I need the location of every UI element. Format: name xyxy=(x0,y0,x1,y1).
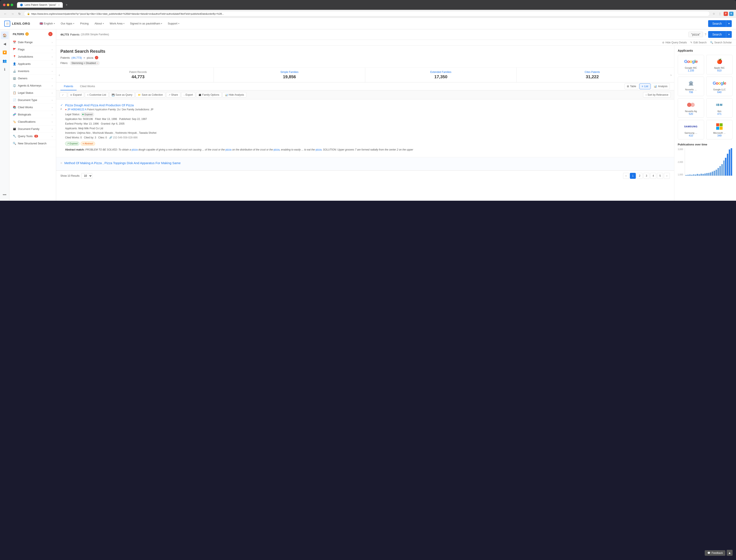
applicant-card-google-inc[interactable]: Google Google INC 1,155 xyxy=(678,55,704,74)
analysis-view-btn[interactable]: 📊 Analysis xyxy=(651,83,670,89)
filter-item-citedworks[interactable]: 📚 Cited Works › xyxy=(9,104,56,111)
applicant-card-samsung[interactable]: SAMSUNG Samsung … 410 xyxy=(678,120,704,139)
expand-all-btn[interactable]: ⊞ Expand xyxy=(68,92,84,98)
applicant-card-apple-inc[interactable]: 🍎 Apple INC 810 xyxy=(706,55,733,74)
hide-query-btn[interactable]: ⊘ Hide Query Details xyxy=(662,41,687,44)
refresh-btn[interactable]: ↻ xyxy=(17,12,22,16)
sidebar-more-btn[interactable]: ••• xyxy=(1,191,9,199)
stats-card-simple[interactable]: Simple Families 19,856 xyxy=(214,68,365,82)
filter-item-querytools[interactable]: 🔧 Query Tools 1 › xyxy=(9,133,56,140)
filter-info-icon[interactable]: i xyxy=(25,32,29,36)
customise-btn[interactable]: ≡ Customise List xyxy=(85,92,108,98)
stats-card-extended[interactable]: Extended Families 17,350 xyxy=(365,68,517,82)
menu-btn[interactable]: ⋮ xyxy=(718,11,722,16)
patent-title-1[interactable]: Pizza Dough And Pizza And Production Of … xyxy=(65,103,413,107)
query-count[interactable]: (44,773) xyxy=(71,56,82,59)
minimize-btn[interactable] xyxy=(7,4,9,6)
search-button[interactable]: Search xyxy=(708,20,726,27)
prev-page-btn[interactable]: ‹ xyxy=(623,173,629,179)
new-tab-btn[interactable]: + xyxy=(66,3,68,7)
back-btn[interactable]: ← xyxy=(3,12,8,16)
search-dropdown-btn2[interactable]: ▾ xyxy=(726,31,732,38)
edit-search-btn[interactable]: ✎ Edit Search xyxy=(690,41,707,44)
filter-item-owners[interactable]: 🏢 Owners › xyxy=(9,75,56,82)
sidebar-back-btn[interactable]: ◀ xyxy=(1,40,9,48)
table-view-btn[interactable]: ⊞ Table xyxy=(625,83,639,89)
sidebar-info-btn[interactable]: ℹ xyxy=(1,65,9,73)
page-btn-2[interactable]: 2 xyxy=(637,173,643,179)
search-scholar-btn[interactable]: 🔍 Search Scholar xyxy=(710,41,732,44)
query-help-btn[interactable]: ? xyxy=(705,33,706,36)
pin-icon[interactable]: # xyxy=(60,108,63,111)
filter-item-daterange[interactable]: 📅 Date Range › xyxy=(9,39,56,46)
check-icon-2[interactable]: ○ xyxy=(60,161,62,165)
list-view-btn[interactable]: ≡ List xyxy=(639,83,651,89)
ext-icon-1[interactable]: P xyxy=(724,12,728,16)
stats-card-cites[interactable]: Cites Patents 31,222 xyxy=(517,68,668,82)
save-collection-btn[interactable]: 📁 Save as Collection xyxy=(135,92,165,98)
stats-next-btn[interactable]: › xyxy=(668,71,674,79)
applicant-card-microsoft[interactable]: Microsoft … 349 xyxy=(706,120,733,139)
close-btn[interactable] xyxy=(3,4,6,6)
browser-tab[interactable]: 🔵 Lens Patent Search: "pizza" ✕ xyxy=(17,2,63,8)
stats-prev-btn[interactable]: ‹ xyxy=(56,71,62,79)
search-dropdown-btn[interactable]: ▾ xyxy=(726,20,732,27)
tag-expired[interactable]: ↗ Expired xyxy=(65,142,79,146)
save-query-btn[interactable]: 💾 Save as Query xyxy=(109,92,135,98)
search-main-btn[interactable]: Search xyxy=(708,31,726,38)
filter-item-agents[interactable]: ⚖️ Agents & Attorneys › xyxy=(9,82,56,89)
page-btn-1[interactable]: 1 xyxy=(630,173,636,179)
patent-title-2[interactable]: Method Of Making A Pizza , Pizza Topping… xyxy=(64,161,181,165)
nav-item-apps[interactable]: Our Apps ▾ xyxy=(58,18,77,28)
sidebar-filter-btn[interactable]: 🔽 xyxy=(1,48,9,56)
page-btn-3[interactable]: 3 xyxy=(644,173,649,179)
filter-clear-btn[interactable]: − xyxy=(48,32,53,36)
filter-item-inventors[interactable]: 🔬 Inventors › xyxy=(9,68,56,75)
nav-item-user[interactable]: Signed in as pauloldham ▾ xyxy=(127,21,165,26)
nav-item-english[interactable]: 🇬🇧 English ▾ xyxy=(37,18,58,28)
filter-item-docfamily[interactable]: 👨‍👩‍👦 Document Family › xyxy=(9,125,56,133)
filter-item-newstructured[interactable]: 🔍 New Structured Search xyxy=(9,140,56,147)
check-icon[interactable]: ✓ xyxy=(60,103,63,107)
remove-query-btn[interactable]: − xyxy=(95,56,98,59)
patent-id[interactable]: JP H09248122 A xyxy=(67,108,86,111)
nav-item-support[interactable]: Support ▾ xyxy=(165,18,182,28)
share-btn[interactable]: ↗ Share xyxy=(166,92,180,98)
applicant-card-novartis-ag[interactable]: Novartis Ag 520 xyxy=(678,98,704,118)
applicant-card-novartis[interactable]: 🏛️ Novartis … 706 xyxy=(678,77,704,96)
next-page-btn[interactable]: › xyxy=(664,173,670,179)
page-btn-4[interactable]: 4 xyxy=(650,173,656,179)
filter-item-biologicals[interactable]: 🧬 Biologicals › xyxy=(9,111,56,118)
export-btn[interactable]: ↓ Export xyxy=(181,92,195,98)
filter-item-legalstatus[interactable]: 📋 Legal Status › xyxy=(9,89,56,97)
ext-icon-2[interactable]: K xyxy=(729,12,733,16)
remove-filter-btn[interactable]: − xyxy=(97,62,98,64)
filter-item-jurisdictions[interactable]: 📍 Jurisdictions › xyxy=(9,53,56,60)
forward-btn[interactable]: → xyxy=(10,12,15,16)
address-bar[interactable]: 🔒 https://www.lens.org/lens/search/paten… xyxy=(24,11,710,16)
tab-patents[interactable]: Patents xyxy=(60,82,77,90)
tag-abstract[interactable]: ≡ Abstract xyxy=(81,142,95,146)
filter-item-classifications[interactable]: 🏷️ Classifications › xyxy=(9,118,56,125)
page-btn-5[interactable]: 5 xyxy=(657,173,663,179)
filter-item-applicants[interactable]: 👤 Applicants › xyxy=(9,60,56,68)
nav-item-workarea[interactable]: Work Area ▾ xyxy=(107,18,127,28)
family-options-btn[interactable]: 👨‍👩‍👦 Family Options xyxy=(196,92,222,98)
filter-item-flags[interactable]: 🚩 Flags › xyxy=(9,46,56,53)
logo-area[interactable]: ⬜ LENS.ORG xyxy=(4,21,30,27)
sort-btn[interactable]: ↕ Sort by Relevance xyxy=(643,92,671,98)
nav-item-pricing[interactable]: Pricing xyxy=(77,18,92,28)
applicant-card-google-llc[interactable]: Google Google LLC 640 xyxy=(706,77,733,96)
sidebar-home-btn[interactable]: 🏠 xyxy=(1,31,9,39)
bookmark-btn[interactable]: ☆ xyxy=(712,11,716,16)
nav-item-about[interactable]: About ▾ xyxy=(92,18,107,28)
fullscreen-btn[interactable] xyxy=(11,4,13,6)
filter-item-doctype[interactable]: 📄 Document Type › xyxy=(9,97,56,104)
tab-close-btn[interactable]: ✕ xyxy=(58,4,60,6)
expand-btn[interactable]: ✓ xyxy=(60,92,67,98)
applicant-card-ibm[interactable]: IBM Ibm 471 xyxy=(706,98,733,118)
hide-analysis-btn[interactable]: 📊 Hide Analysis xyxy=(222,92,246,98)
results-per-page-select[interactable]: 10 25 50 xyxy=(81,173,92,179)
tab-cited-works[interactable]: Cited Works xyxy=(77,82,98,90)
sidebar-users-btn[interactable]: 👥 xyxy=(1,57,9,65)
